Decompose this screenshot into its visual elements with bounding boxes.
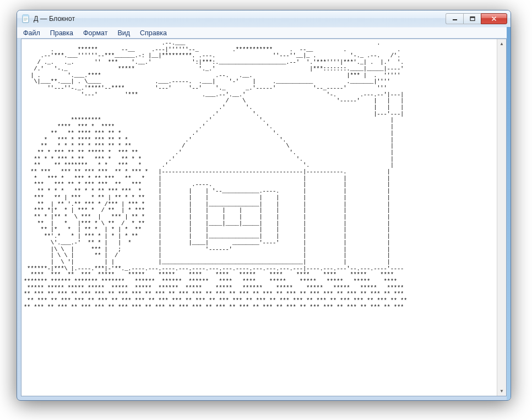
notepad-icon: [21, 14, 30, 23]
vertical-scrollbar[interactable]: ▲ ▼: [497, 39, 506, 396]
right-frame-accent: [507, 27, 511, 400]
titlebar[interactable]: Д — Блокнот: [17, 10, 511, 27]
close-button[interactable]: [481, 13, 507, 24]
scroll-up-arrow[interactable]: ▲: [497, 39, 506, 48]
client-area: .--.___ . . ****** --__ .---|''''''--_ .…: [21, 39, 507, 396]
menu-format[interactable]: Формат: [78, 28, 112, 38]
app-window: Д — Блокнот Файл Правка Формат Вид Справ…: [17, 10, 511, 401]
svg-rect-5: [453, 19, 457, 20]
window-title: Д — Блокнот: [34, 15, 412, 23]
svg-rect-1: [23, 15, 29, 17]
menu-file[interactable]: Файл: [18, 28, 45, 38]
minimize-button[interactable]: [446, 13, 463, 24]
menu-help[interactable]: Справка: [135, 28, 172, 38]
text-editor[interactable]: .--.___ . . ****** --__ .---|''''''--_ .…: [21, 39, 497, 396]
menu-view[interactable]: Вид: [112, 28, 135, 38]
scroll-down-arrow[interactable]: ▼: [497, 386, 506, 396]
menubar: Файл Правка Формат Вид Справка: [17, 27, 511, 39]
maximize-button[interactable]: [463, 13, 481, 24]
menu-edit[interactable]: Правка: [45, 28, 78, 38]
window-controls: [446, 13, 507, 24]
svg-rect-7: [470, 17, 475, 18]
